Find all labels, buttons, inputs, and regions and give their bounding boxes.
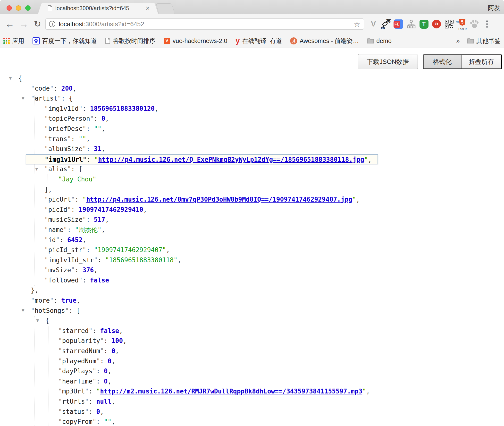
- reload-button[interactable]: ↻: [31, 14, 44, 34]
- json-token-p: :: [86, 145, 94, 153]
- json-line: picId: 19097417462929410,: [0, 205, 504, 215]
- back-button[interactable]: ←: [3, 14, 16, 34]
- close-window-button[interactable]: [7, 5, 12, 11]
- json-tree: ▼{code: 200,▼artist: {img1v1Id: 18569651…: [0, 73, 504, 426]
- bookmarks-overflow-button[interactable]: »: [456, 37, 460, 45]
- address-bar[interactable]: i localhost:3000/artists?id=6452 ☆: [45, 18, 364, 30]
- json-token-kb: img1v1Url: [45, 156, 87, 163]
- collapse-toggle-icon[interactable]: ▼: [36, 316, 39, 326]
- json-line: name: 周杰伦,: [0, 225, 504, 235]
- json-line: status: 0,: [0, 407, 504, 417]
- json-token-n: 0: [104, 378, 108, 385]
- json-token-k: starred: [58, 327, 92, 334]
- json-url-link[interactable]: http://m2.music.126.net/RMJR7wDullRqppBk…: [100, 388, 362, 395]
- json-token-k: picId: [44, 206, 71, 213]
- player-wing-icon: [456, 20, 460, 23]
- vue-icon: V: [164, 38, 170, 44]
- qr-code-extension-icon[interactable]: [443, 19, 455, 29]
- json-token-s: 周杰伦: [75, 226, 101, 233]
- json-token-p: :: [71, 135, 79, 143]
- json-token-p: ,: [111, 358, 115, 365]
- json-token-p: :: [83, 105, 90, 112]
- json-token-p: :: [100, 358, 108, 365]
- html5-player-extension-icon[interactable]: 5 PLAYER: [455, 19, 468, 29]
- json-token-p: ,: [105, 216, 109, 223]
- json-token-p: :: [96, 378, 104, 385]
- json-token-p: :: [104, 347, 111, 355]
- json-token-n: 0: [101, 115, 105, 122]
- bookmark-awesomes[interactable]: A Awesomes - 前端资…: [290, 37, 359, 45]
- json-token-p: ,: [108, 367, 112, 375]
- download-json-button[interactable]: 下载JSON数据: [358, 54, 418, 69]
- collapse-toggle-icon[interactable]: ▼: [9, 73, 12, 84]
- url-text[interactable]: localhost:3000/artists?id=6452: [59, 20, 144, 28]
- json-line: topicPerson: 0,: [0, 114, 504, 124]
- fast-forward-extension-icon[interactable]: »: [430, 19, 443, 29]
- site-info-icon[interactable]: i: [49, 21, 55, 27]
- json-token-p: ,: [83, 236, 86, 244]
- bookmark-folder-demo[interactable]: demo: [367, 37, 392, 44]
- json-token-k: picUrl: [44, 196, 75, 203]
- json-token-p: :: [92, 327, 100, 334]
- minimize-window-button[interactable]: [16, 5, 21, 11]
- collapse-toggle-icon[interactable]: ▼: [22, 306, 25, 316]
- profile-name[interactable]: 阿发: [488, 4, 500, 12]
- bookmark-youdao-translate[interactable]: y 在线翻译_有道: [235, 37, 282, 45]
- json-line: copyFrom: ,: [0, 417, 504, 426]
- json-token-b: false: [90, 277, 109, 284]
- other-bookmarks-folder[interactable]: 其他书签: [467, 37, 501, 45]
- json-url-link[interactable]: http://p4.music.126.net/Q_ExePNkmgB2yWyL…: [98, 156, 364, 163]
- browser-menu-button[interactable]: [481, 19, 493, 29]
- json-token-n: 517: [94, 216, 105, 223]
- tampermonkey-extension-icon[interactable]: T: [418, 19, 430, 29]
- page-content: 下载JSON数据 格式化 折叠所有 ▼{code: 200,▼artist: {…: [0, 48, 504, 426]
- bookmark-baidu[interactable]: 百度一下，你就知道: [33, 37, 97, 45]
- folder-icon: [467, 38, 474, 43]
- json-token-k: followed: [44, 277, 83, 284]
- json-line: ▼alias: [: [0, 164, 504, 174]
- fe-extension-icon[interactable]: FE: [392, 19, 405, 29]
- collapse-toggle-icon[interactable]: ▼: [35, 164, 38, 174]
- json-token-n: 18569651883380120: [90, 105, 155, 112]
- json-line: playedNum: 0,: [0, 356, 504, 366]
- close-tab-button[interactable]: ×: [145, 5, 151, 12]
- new-tab-button[interactable]: [156, 3, 175, 14]
- json-token-k: status: [58, 408, 89, 415]
- json-token-p: :: [71, 206, 79, 213]
- json-line: img1v1Id_str: 18569651883380118,: [0, 255, 504, 265]
- json-token-k: id: [44, 236, 60, 244]
- vimium-extension-icon[interactable]: V: [367, 19, 380, 29]
- json-token-k: code: [31, 85, 54, 92]
- bookmark-star-icon[interactable]: ☆: [354, 20, 360, 28]
- json-token-p: :: [96, 418, 104, 425]
- format-button[interactable]: 格式化: [423, 54, 461, 69]
- json-token-k: img1v1Id_str: [44, 256, 98, 264]
- fullscreen-window-button[interactable]: [25, 5, 31, 11]
- browser-tab[interactable]: localhost:3000/artists?id=645 ×: [43, 3, 153, 14]
- json-line: ▼{: [0, 316, 504, 326]
- json-token-p: ,: [101, 145, 105, 153]
- json-token-p: :: [71, 165, 79, 173]
- bookmark-apps[interactable]: 应用: [3, 37, 24, 45]
- paw-extension-icon[interactable]: [468, 19, 481, 29]
- collapse-all-button[interactable]: 折叠所有: [461, 54, 502, 69]
- bookmarks-bar: 应用 百度一下，你就知道 谷歌按时间排序 V vue-hackernews-2.…: [0, 34, 504, 48]
- bookmark-google-sort[interactable]: 谷歌按时间排序: [105, 37, 155, 45]
- json-token-p: ,: [143, 206, 147, 213]
- json-token-k: dayPlays: [58, 367, 96, 375]
- bookmark-vue-hackernews[interactable]: V vue-hackernews-2.0: [164, 37, 227, 44]
- json-token-p: ,: [101, 125, 105, 132]
- json-token-k: albumSize: [44, 145, 86, 153]
- sitemap-extension-icon[interactable]: [405, 19, 418, 29]
- json-token-p: ,: [100, 408, 104, 415]
- json-line: briefDesc: ,: [0, 124, 504, 134]
- json-token-p: ,: [76, 297, 80, 304]
- json-token-p: :: [83, 277, 90, 284]
- json-token-p: {: [69, 95, 73, 102]
- tab-title-fade: [126, 5, 143, 12]
- collapse-toggle-icon[interactable]: ▼: [22, 94, 25, 104]
- json-token-p: ,: [119, 327, 123, 334]
- json-url-link[interactable]: http://p4.music.126.net/8mv7qP30Pd3oHW8b…: [86, 196, 352, 203]
- json-line: code: 200,: [0, 84, 504, 94]
- translate-extension-icon[interactable]: 英 en: [380, 19, 392, 29]
